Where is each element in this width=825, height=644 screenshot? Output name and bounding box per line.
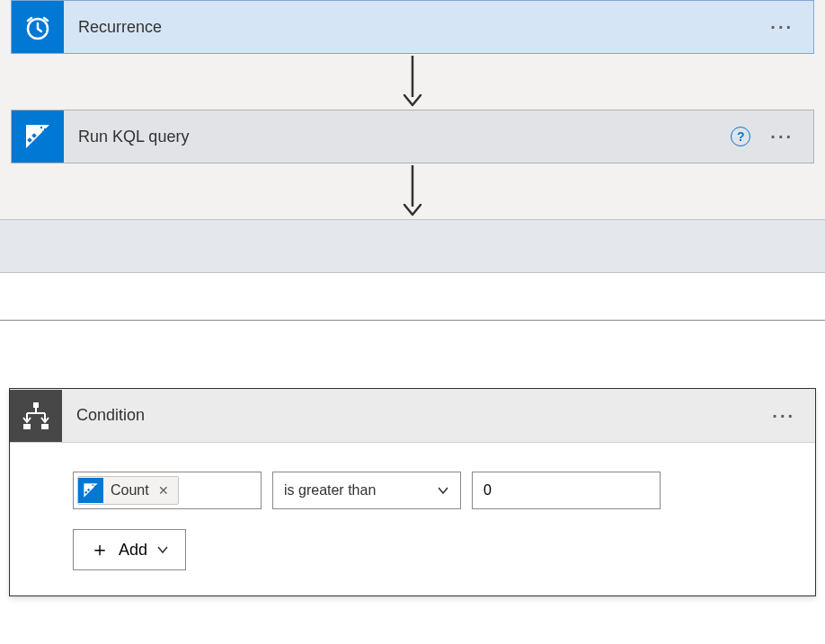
condition-value-input[interactable] (472, 472, 661, 509)
more-actions-button[interactable]: ··· (770, 18, 794, 36)
step-title: Run KQL query (64, 128, 731, 146)
step-title: Recurrence (64, 18, 770, 37)
svg-rect-17 (41, 424, 49, 429)
flow-designer-canvas: Recurrence ··· (0, 0, 825, 273)
condition-icon (10, 390, 62, 442)
clock-icon (12, 1, 64, 53)
chevron-down-icon (156, 543, 169, 556)
operator-label: is greater than (284, 482, 376, 498)
svg-rect-16 (23, 424, 31, 429)
spacer (0, 273, 825, 320)
svg-rect-11 (33, 402, 39, 408)
svg-point-3 (40, 127, 42, 128)
condition-operator-dropdown[interactable]: is greater than (272, 472, 461, 509)
svg-rect-9 (36, 137, 41, 143)
more-actions-button[interactable]: ··· (772, 407, 795, 425)
svg-marker-2 (26, 125, 49, 148)
more-actions-button[interactable]: ··· (770, 128, 794, 146)
add-button-label: Add (119, 541, 147, 560)
svg-point-4 (44, 128, 46, 130)
plus-icon: ＋ (90, 540, 110, 560)
svg-point-19 (92, 484, 93, 486)
remove-token-button[interactable]: ✕ (156, 483, 171, 498)
dynamic-content-token[interactable]: Count ✕ (77, 476, 179, 505)
flow-arrow (0, 163, 825, 219)
condition-title: Condition (62, 406, 772, 425)
run-kql-step-card[interactable]: Run KQL query ? ··· (11, 110, 814, 163)
svg-point-5 (42, 131, 44, 133)
drop-zone-strip[interactable] (0, 219, 825, 273)
token-label: Count (111, 482, 149, 498)
azure-data-explorer-icon (78, 478, 103, 503)
flow-arrow (0, 54, 825, 110)
svg-point-20 (94, 485, 96, 487)
help-icon[interactable]: ? (731, 127, 750, 146)
azure-data-explorer-icon (12, 110, 64, 163)
chevron-down-icon (437, 484, 449, 497)
add-condition-button[interactable]: ＋ Add (73, 529, 186, 570)
recurrence-step-card[interactable]: Recurrence ··· (11, 0, 814, 54)
condition-card: Condition ··· (9, 388, 816, 596)
condition-header[interactable]: Condition ··· (10, 389, 815, 443)
condition-operand-field[interactable]: Count ✕ (73, 472, 262, 509)
svg-rect-8 (31, 142, 37, 147)
svg-marker-18 (84, 483, 97, 497)
condition-rule-row: Count ✕ is greater than (73, 472, 661, 509)
svg-rect-23 (90, 491, 93, 494)
